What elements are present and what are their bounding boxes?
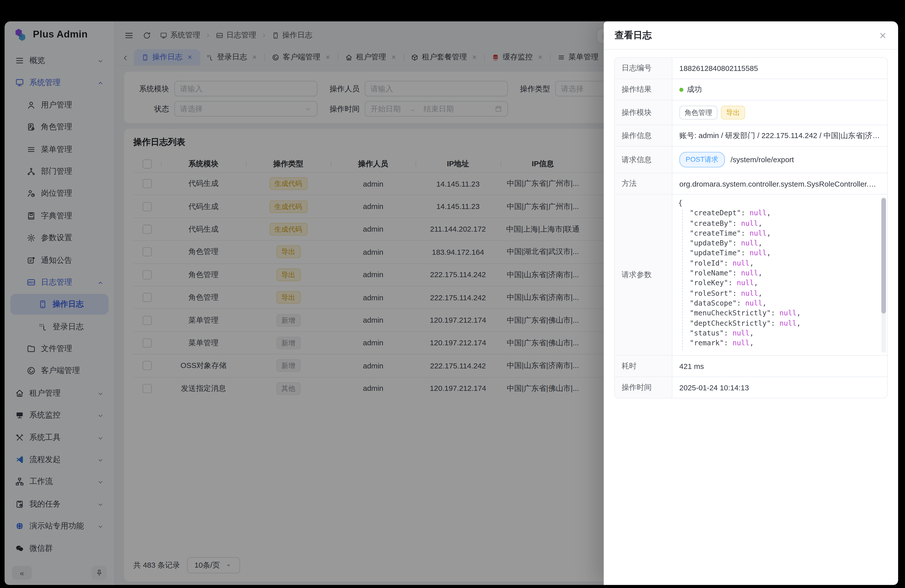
field-label: 操作模块 bbox=[614, 100, 672, 124]
drawer-row-8: 操作时间2025-01-24 10:14:13 bbox=[614, 377, 887, 398]
drawer-row-5: 方法org.dromara.system.controller.system.S… bbox=[614, 173, 887, 194]
drawer-header: 查看日志 bbox=[604, 21, 898, 50]
drawer-row-2: 操作模块角色管理导出 bbox=[614, 100, 887, 125]
field-value: 1882612840802115585 bbox=[679, 64, 758, 72]
request-path: /system/role/export bbox=[730, 156, 794, 164]
json-line: "dataScope": null, bbox=[678, 299, 881, 308]
drawer-title: 查看日志 bbox=[614, 29, 652, 41]
screenshot-root: Plus Admin 概览系统管理用户管理角色管理菜单管理部门管理岗位管理字典管… bbox=[0, 0, 905, 588]
field-value: 421 ms bbox=[679, 362, 704, 370]
drawer-row-1: 操作结果成功 bbox=[614, 78, 887, 100]
post-method-pill: POST请求 bbox=[679, 152, 725, 167]
field-value-cell: POST请求/system/role/export bbox=[672, 147, 887, 173]
json-line: "createBy": null, bbox=[678, 219, 881, 229]
field-label: 请求参数 bbox=[614, 195, 672, 355]
drawer-close-button[interactable] bbox=[878, 31, 887, 40]
json-line: "roleName": null, bbox=[678, 269, 881, 279]
field-label: 方法 bbox=[614, 173, 672, 194]
field-value-cell: 成功 bbox=[672, 79, 887, 100]
field-label: 耗时 bbox=[614, 356, 672, 377]
stage: Plus Admin 概览系统管理用户管理角色管理菜单管理部门管理岗位管理字典管… bbox=[0, 0, 905, 588]
view-log-drawer: 查看日志 日志编号1882612840802115585操作结果成功操作模块角色… bbox=[604, 21, 898, 585]
field-value-cell: 账号: admin / 研发部门 / 222.175.114.242 / 中国|… bbox=[672, 125, 887, 146]
field-value: 2025-01-24 10:14:13 bbox=[679, 383, 749, 392]
field-value-cell: 421 ms bbox=[672, 356, 887, 377]
json-line: "updateTime": null, bbox=[678, 248, 881, 259]
json-line: "roleSort": null, bbox=[678, 288, 881, 299]
close-icon bbox=[878, 31, 887, 40]
field-label: 操作时间 bbox=[614, 377, 672, 398]
module-tag: 角色管理 bbox=[679, 106, 718, 119]
field-value: org.dromara.system.controller.system.Sys… bbox=[679, 179, 880, 188]
field-value-cell: 角色管理导出 bbox=[672, 100, 887, 124]
log-descriptions: 日志编号1882612840802115585操作结果成功操作模块角色管理导出操… bbox=[614, 57, 888, 398]
json-line: "createDept": null, bbox=[678, 209, 881, 219]
json-line: { bbox=[678, 199, 881, 209]
request-params-json-viewer[interactable]: {"createDept": null,"createBy": null,"cr… bbox=[672, 195, 887, 355]
json-indent-guide bbox=[682, 210, 683, 350]
json-line: "remark": null, bbox=[678, 338, 881, 348]
field-label: 操作信息 bbox=[614, 125, 672, 146]
field-label: 操作结果 bbox=[614, 79, 672, 100]
json-line: "roleKey": null, bbox=[678, 278, 881, 288]
field-value: 账号: admin / 研发部门 / 222.175.114.242 / 中国|… bbox=[679, 130, 880, 141]
field-value-cell: {"createDept": null,"createBy": null,"cr… bbox=[672, 195, 887, 355]
drawer-row-6: 请求参数{"createDept": null,"createBy": null… bbox=[614, 194, 887, 355]
json-scrollbar-thumb[interactable] bbox=[881, 198, 886, 314]
field-value-cell: org.dromara.system.controller.system.Sys… bbox=[672, 173, 887, 194]
drawer-body: 日志编号1882612840802115585操作结果成功操作模块角色管理导出操… bbox=[604, 49, 898, 585]
field-value-cell: 2025-01-24 10:14:13 bbox=[672, 377, 887, 398]
drawer-row-4: 请求信息POST请求/system/role/export bbox=[614, 146, 887, 173]
json-line: "menuCheckStrictly": null, bbox=[678, 308, 881, 319]
json-line: "createTime": null, bbox=[678, 229, 881, 239]
drawer-row-3: 操作信息账号: admin / 研发部门 / 222.175.114.242 /… bbox=[614, 125, 887, 146]
field-label: 请求信息 bbox=[614, 147, 672, 173]
json-line: "status": null, bbox=[678, 329, 881, 338]
json-line: "roleId": null, bbox=[678, 259, 881, 269]
success-dot-icon bbox=[679, 87, 683, 92]
json-line: "updateBy": null, bbox=[678, 239, 881, 249]
field-value: 成功 bbox=[687, 84, 702, 95]
drawer-row-0: 日志编号1882612840802115585 bbox=[614, 58, 887, 79]
module-tag: 导出 bbox=[721, 106, 745, 119]
field-label: 日志编号 bbox=[614, 58, 672, 79]
json-line: "deptCheckStrictly": null, bbox=[678, 318, 881, 329]
field-value-cell: 1882612840802115585 bbox=[672, 58, 887, 79]
drawer-row-7: 耗时421 ms bbox=[614, 355, 887, 377]
